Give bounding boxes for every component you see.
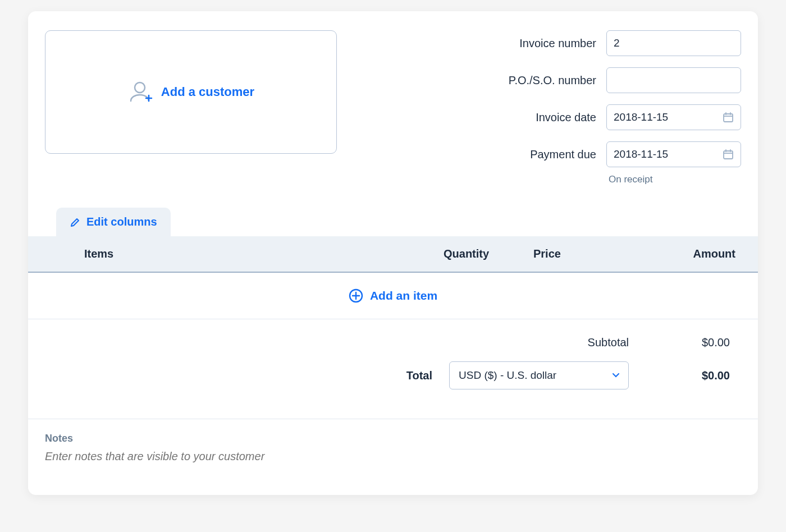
po-so-number-field[interactable] [606,67,741,93]
plus-circle-icon [349,288,363,303]
top-section: Add a customer Invoice number P.O./S.O. … [28,11,758,191]
add-customer-button[interactable]: Add a customer [45,30,337,154]
payment-due-field[interactable] [606,141,741,167]
person-add-icon [127,79,154,106]
col-price: Price [533,247,623,260]
subtotal-label: Subtotal [584,336,629,349]
caret-down-icon [613,373,619,378]
totals-section: Subtotal $0.00 Total USD ($) - U.S. doll… [28,319,758,419]
subtotal-value: $0.00 [646,336,730,349]
col-amount: Amount [623,247,735,260]
pencil-icon [70,217,81,228]
invoice-number-input[interactable] [614,37,734,49]
total-label: Total [387,369,432,382]
payment-due-label: Payment due [509,148,596,161]
svg-rect-3 [724,114,733,122]
table-tabs: Edit columns [28,208,758,236]
edit-columns-button[interactable]: Edit columns [56,208,171,236]
edit-columns-label: Edit columns [86,215,157,228]
invoice-date-label: Invoice date [509,111,596,124]
invoice-date-input[interactable] [614,111,723,123]
svg-rect-7 [724,151,733,159]
notes-heading: Notes [45,433,741,444]
calendar-icon [723,149,734,160]
notes-textarea[interactable] [45,450,741,476]
invoice-card: Add a customer Invoice number P.O./S.O. … [28,11,758,495]
calendar-icon [723,112,734,123]
notes-section: Notes [28,419,758,478]
payment-due-sub: On receipt [606,174,741,185]
po-so-number-label: P.O./S.O. number [509,74,596,87]
payment-due-input[interactable] [614,148,723,160]
items-table-header: Items Quantity Price Amount [28,236,758,273]
add-item-button[interactable]: Add an item [28,273,758,319]
svg-point-0 [135,82,145,93]
col-quantity: Quantity [444,247,533,260]
currency-select[interactable]: USD ($) - U.S. dollar [449,361,629,389]
po-so-number-input[interactable] [614,74,734,86]
add-item-label: Add an item [370,289,437,302]
invoice-date-field[interactable] [606,104,741,130]
col-items: Items [84,247,444,260]
total-value: $0.00 [646,369,730,382]
currency-selected: USD ($) - U.S. dollar [459,369,556,382]
invoice-number-label: Invoice number [509,37,596,50]
invoice-meta: Invoice number P.O./S.O. number Invoice … [509,30,741,185]
add-customer-label: Add a customer [161,85,254,99]
invoice-number-field[interactable] [606,30,741,56]
